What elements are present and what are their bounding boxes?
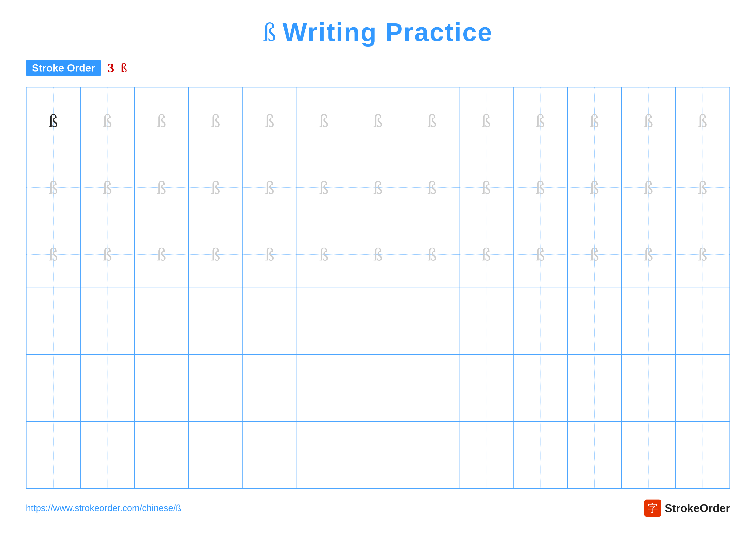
practice-char: ß	[49, 245, 58, 264]
grid-cell[interactable]	[26, 288, 80, 355]
grid-cell[interactable]: ß	[405, 154, 459, 221]
grid-cell[interactable]	[405, 288, 459, 355]
grid-cell[interactable]: ß	[405, 221, 459, 288]
title-row: ß Writing Practice	[26, 17, 730, 47]
grid-cell[interactable]: ß	[351, 154, 405, 221]
grid-cell[interactable]: ß	[622, 221, 676, 288]
grid-cell[interactable]: ß	[26, 154, 80, 221]
grid-cell[interactable]	[676, 288, 730, 355]
grid-cell[interactable]	[405, 355, 459, 421]
grid-cell[interactable]	[567, 355, 622, 421]
grid-cell[interactable]	[189, 355, 243, 421]
grid-cell[interactable]: ß	[622, 154, 676, 221]
practice-char: ß	[482, 112, 491, 130]
practice-char: ß	[590, 245, 599, 264]
grid-cell[interactable]	[26, 355, 80, 421]
grid-cell[interactable]	[134, 288, 189, 355]
practice-char: ß	[482, 245, 491, 264]
grid-cell[interactable]: ß	[297, 221, 351, 288]
stroke-order-number: 3	[108, 61, 114, 75]
grid-cell[interactable]: ß	[189, 154, 243, 221]
footer-url[interactable]: https://www.strokeorder.com/chinese/ß	[26, 503, 181, 513]
grid-cell[interactable]	[26, 421, 80, 488]
grid-cell[interactable]: ß	[243, 87, 297, 154]
grid-cell[interactable]: ß	[80, 154, 134, 221]
grid-cell[interactable]: ß	[189, 87, 243, 154]
grid-cell[interactable]	[622, 421, 676, 488]
logo-icon: 字	[644, 499, 662, 517]
grid-cell[interactable]	[351, 288, 405, 355]
grid-cell[interactable]: ß	[459, 221, 513, 288]
grid-cell[interactable]	[297, 355, 351, 421]
grid-cell[interactable]: ß	[676, 87, 730, 154]
grid-cell[interactable]	[243, 355, 297, 421]
grid-cell[interactable]: ß	[513, 221, 567, 288]
grid-cell[interactable]: ß	[26, 221, 80, 288]
grid-cell[interactable]: ß	[567, 154, 622, 221]
grid-cell[interactable]	[513, 421, 567, 488]
grid-cell[interactable]: ß	[351, 87, 405, 154]
practice-char: ß	[590, 112, 599, 130]
practice-char: ß	[49, 112, 58, 130]
grid-cell[interactable]	[80, 421, 134, 488]
grid-cell[interactable]	[459, 421, 513, 488]
grid-cell[interactable]	[622, 355, 676, 421]
grid-cell[interactable]	[189, 421, 243, 488]
grid-cell[interactable]: ß	[513, 154, 567, 221]
grid-cell[interactable]	[243, 288, 297, 355]
practice-char: ß	[536, 245, 545, 264]
grid-cell[interactable]	[351, 421, 405, 488]
grid-cell[interactable]: ß	[405, 87, 459, 154]
grid-cell[interactable]: ß	[513, 87, 567, 154]
grid-cell[interactable]	[351, 355, 405, 421]
practice-char: ß	[698, 178, 707, 197]
practice-char: ß	[590, 178, 599, 197]
grid-cell[interactable]	[622, 288, 676, 355]
grid-cell[interactable]: ß	[80, 87, 134, 154]
grid-cell[interactable]	[134, 355, 189, 421]
grid-cell[interactable]: ß	[80, 221, 134, 288]
grid-cell[interactable]	[297, 288, 351, 355]
grid-cell[interactable]: ß	[351, 221, 405, 288]
grid-cell[interactable]: ß	[134, 221, 189, 288]
practice-char: ß	[536, 112, 545, 130]
practice-char: ß	[698, 245, 707, 264]
grid-cell[interactable]: ß	[459, 87, 513, 154]
grid-cell[interactable]	[134, 421, 189, 488]
grid-cell[interactable]: ß	[676, 221, 730, 288]
grid-cell[interactable]	[513, 288, 567, 355]
grid-cell[interactable]: ß	[134, 154, 189, 221]
grid-cell[interactable]	[459, 355, 513, 421]
grid-cell[interactable]	[513, 355, 567, 421]
grid-cell[interactable]: ß	[297, 154, 351, 221]
grid-cell[interactable]	[567, 421, 622, 488]
grid-cell[interactable]: ß	[567, 87, 622, 154]
grid-cell[interactable]: ß	[297, 87, 351, 154]
grid-cell[interactable]: ß	[622, 87, 676, 154]
practice-char: ß	[373, 112, 383, 130]
grid-cell[interactable]	[297, 421, 351, 488]
practice-char: ß	[157, 112, 166, 130]
grid-cell[interactable]: ß	[459, 154, 513, 221]
practice-char: ß	[265, 178, 275, 197]
grid-cell[interactable]: ß	[243, 154, 297, 221]
grid-cell[interactable]	[676, 421, 730, 488]
grid-cell[interactable]: ß	[189, 221, 243, 288]
grid-cell[interactable]: ß	[134, 87, 189, 154]
grid-cell[interactable]	[567, 288, 622, 355]
grid-cell[interactable]: ß	[567, 221, 622, 288]
grid-cell[interactable]	[405, 421, 459, 488]
grid-cell[interactable]: ß	[26, 87, 80, 154]
grid-cell[interactable]	[676, 355, 730, 421]
practice-char: ß	[211, 245, 221, 264]
practice-char: ß	[536, 178, 545, 197]
practice-char: ß	[644, 245, 653, 264]
grid-cell[interactable]	[80, 288, 134, 355]
grid-cell[interactable]	[189, 288, 243, 355]
grid-cell[interactable]: ß	[676, 154, 730, 221]
grid-cell[interactable]	[459, 288, 513, 355]
grid-cell[interactable]	[80, 355, 134, 421]
grid-cell[interactable]	[243, 421, 297, 488]
practice-char: ß	[428, 112, 437, 130]
grid-cell[interactable]: ß	[243, 221, 297, 288]
